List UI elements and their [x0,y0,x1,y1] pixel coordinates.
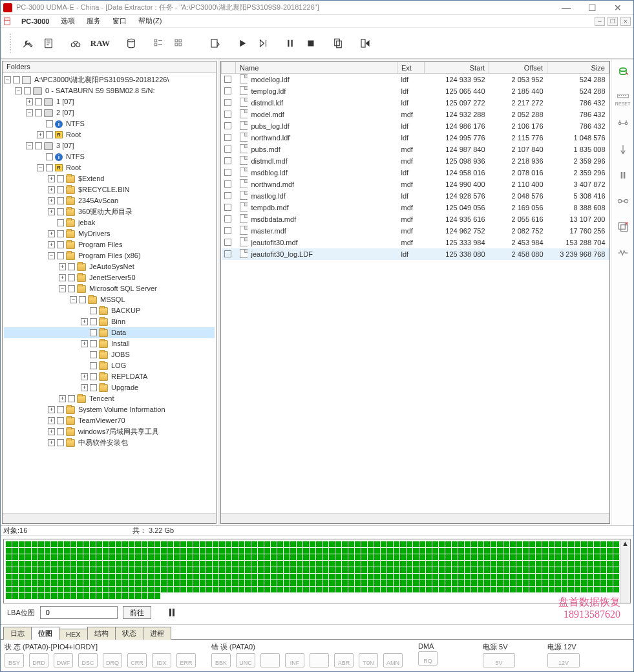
col-check[interactable] [222,62,236,74]
col-name[interactable]: Name [236,62,397,74]
window-close-button[interactable]: ✕ [605,1,631,14]
tree-node[interactable]: −2 [07] [4,107,215,118]
exit-icon[interactable] [356,34,374,53]
tree-node[interactable]: +Binn [4,316,215,327]
step-icon[interactable] [254,34,272,53]
tree-node[interactable]: jebak [4,217,215,228]
lba-input-wrap[interactable] [40,606,118,619]
tab-位图[interactable]: 位图 [31,627,59,640]
file-row[interactable]: jeautofit30_log.LDFldf125 338 0802 458 0… [222,248,609,260]
tree-node[interactable]: +Tencent [4,393,215,404]
file-row[interactable]: distmdl.ldfldf125 097 2722 217 272786 43… [222,97,609,109]
tree-node[interactable]: +Install [4,338,215,349]
tree-node[interactable]: +中易软件安装包 [4,437,215,448]
tree-node[interactable]: iNTFS [4,118,215,129]
copy-icon[interactable] [329,34,347,53]
file-row[interactable]: northwnd.mdfmdf124 990 4002 110 4003 407… [222,179,609,190]
tree-node[interactable]: +Program Files [4,239,215,250]
tree-node[interactable]: −Program Files (x86) [4,250,215,261]
tree-node[interactable]: JOBS [4,349,215,360]
tree-node[interactable]: +MyDrivers [4,228,215,239]
tree-node[interactable]: +2345AvScan [4,195,215,206]
pause-icon[interactable] [281,34,299,53]
row-check[interactable] [224,215,231,222]
tab-结构[interactable]: 结构 [87,627,116,640]
menu-options[interactable]: 选项 [56,15,80,27]
tree-node[interactable]: +360驱动大师目录 [4,206,215,217]
menu-service[interactable]: 服务 [81,15,106,27]
tree-node[interactable]: +JeAutoSysNet [4,261,215,272]
file-row[interactable]: pubs.mdfmdf124 987 8402 107 8401 835 008 [222,144,609,155]
tree-node[interactable]: +RRoot [4,129,215,140]
row-check[interactable] [224,157,231,164]
row-check[interactable] [224,169,231,176]
raw-button[interactable]: RAW [87,34,113,53]
col-size[interactable]: Size [547,62,609,74]
probe-icon[interactable] [615,141,631,158]
tab-进程[interactable]: 进程 [143,627,171,640]
tree-node[interactable]: +System Volume Information [4,404,215,415]
file-row[interactable]: mastlog.ldfldf124 928 5762 048 5765 308 … [222,190,609,202]
layers-close-icon[interactable] [615,219,631,235]
file-row[interactable]: pubs_log.ldfldf124 986 1762 106 176786 4… [222,120,609,132]
col-start[interactable]: Start [425,62,489,74]
lba-go-button[interactable]: 前往 [123,606,151,619]
sector-map-vscroll[interactable]: ▲ [620,539,630,603]
tree-node[interactable]: +JenetServer50 [4,272,215,283]
stop-icon[interactable] [302,34,320,53]
window-maximize-button[interactable]: ☐ [579,1,605,14]
col-ext[interactable]: Ext [397,62,425,74]
power-cycle-icon[interactable] [615,63,631,80]
tree-node[interactable]: −Microsoft SQL Server [4,283,215,294]
row-check[interactable] [224,122,231,129]
tab-日志[interactable]: 日志 [3,627,32,640]
tree-node[interactable]: +Upgrade [4,382,215,393]
tree-node[interactable]: −0 - SATABURN S9 S9BM02.8 S/N: [4,85,215,96]
tree-node[interactable]: +$RECYCLE.BIN [4,184,215,195]
tree-node[interactable]: −RRoot [4,162,215,173]
play-icon[interactable] [233,34,251,53]
row-check[interactable] [224,76,231,83]
tree-node[interactable]: +$Extend [4,173,215,184]
tree-node[interactable]: Data [4,327,215,338]
files-hscroll[interactable] [221,513,609,523]
window-minimize-button[interactable]: — [553,1,579,14]
menu-window[interactable]: 窗口 [107,15,132,27]
pause-side-icon[interactable] [615,167,631,184]
tree-node[interactable]: +REPLDATA [4,371,215,382]
tree-node[interactable]: BACKUP [4,305,215,316]
row-check[interactable] [224,227,231,234]
tree-node[interactable]: −3 [07] [4,140,215,151]
file-row[interactable]: distmdl.mdfmdf125 098 9362 218 9362 359 … [222,155,609,167]
file-list[interactable]: Name Ext Start Offset Size modellog.ldfl… [221,61,609,513]
row-check[interactable] [224,99,231,106]
sector-map[interactable]: ▲ [3,539,631,603]
file-row[interactable]: msdblog.ldfldf124 958 0162 078 0162 359 … [222,167,609,179]
folders-hscroll[interactable] [3,513,216,523]
mdi-minimize-button[interactable]: – [595,17,605,26]
tools-icon[interactable] [19,34,37,53]
file-row[interactable]: modellog.ldfldf124 933 9522 053 952524 2… [222,74,609,86]
menu-help[interactable]: 帮助(Z) [133,15,167,27]
map-mode1-icon[interactable] [149,34,167,53]
tab-状态[interactable]: 状态 [115,627,143,640]
row-check[interactable] [224,180,231,188]
tree-node[interactable]: +1 [07] [4,96,215,107]
map-mode2-icon[interactable] [170,34,188,53]
file-row[interactable]: jeautofit30.mdfmdf125 333 9842 453 98415… [222,237,609,248]
file-row[interactable]: msdbdata.mdfmdf124 935 6162 055 61613 10… [222,213,609,225]
row-check[interactable] [224,134,231,141]
binoculars-icon[interactable] [67,34,85,53]
mdi-close-button[interactable]: × [620,17,631,26]
file-row[interactable]: model.mdfmdf124 932 2882 052 288786 432 [222,109,609,120]
row-check[interactable] [224,111,231,118]
tree-node[interactable]: +TeamViewer70 [4,415,215,426]
signal-icon[interactable] [615,115,631,132]
chain-icon[interactable] [615,193,631,210]
file-row[interactable]: northwnd.ldfldf124 995 7762 115 7761 048… [222,132,609,144]
tree-node[interactable]: LOG [4,360,215,371]
row-check[interactable] [224,146,231,153]
file-row[interactable]: master.mdfmdf124 962 7522 082 75217 760 … [222,225,609,237]
lba-input[interactable] [43,607,114,618]
database-icon[interactable] [122,34,140,53]
